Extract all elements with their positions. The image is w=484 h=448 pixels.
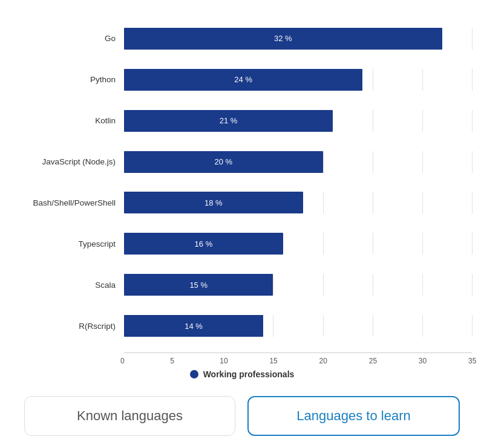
bar-value-label: 24 % [234, 75, 252, 84]
bar-fill: 14 % [124, 315, 263, 337]
bar-fill: 20 % [124, 151, 323, 173]
bar-fill: 18 % [124, 192, 303, 213]
bar-label: Scala [12, 281, 124, 290]
bottom-buttons: Known languages Languages to learn [12, 386, 472, 448]
bar-track: 14 % [124, 315, 472, 337]
bar-row: Python24 % [12, 64, 472, 96]
chart-area: Go32 %Python24 %Kotlin21 %JavaScript (No… [12, 12, 472, 352]
x-axis-tick: 5 [170, 357, 174, 365]
bar-label: Kotlin [12, 116, 124, 125]
bar-value-label: 18 % [204, 198, 223, 207]
legend-dot-working-professionals [190, 370, 198, 378]
known-languages-button[interactable]: Known languages [24, 396, 235, 436]
bar-value-label: 32 % [274, 34, 292, 43]
bar-row: Scala15 % [12, 269, 472, 300]
bar-track: 21 % [124, 110, 472, 132]
bar-value-label: 21 % [220, 116, 238, 125]
bar-value-label: 14 % [185, 322, 203, 331]
x-axis-tick: 0 [120, 357, 125, 365]
bar-track: 15 % [124, 274, 472, 296]
bar-track: 32 % [124, 28, 472, 50]
bar-row: Go32 % [12, 23, 472, 54]
x-axis-tick: 20 [319, 357, 327, 365]
bar-label: R(Rscript) [12, 322, 124, 331]
bar-fill: 32 % [124, 28, 442, 50]
bar-track: 20 % [124, 151, 472, 173]
bar-fill: 15 % [124, 274, 273, 296]
bar-value-label: 15 % [189, 281, 208, 290]
x-axis-tick: 30 [419, 357, 427, 365]
legend-label-working-professionals: Working professionals [203, 369, 295, 379]
bar-fill: 16 % [124, 233, 283, 255]
chart-legend: Working professionals [12, 365, 472, 386]
languages-to-learn-button[interactable]: Languages to learn [247, 396, 460, 436]
x-axis-tick: 10 [220, 357, 227, 365]
x-axis-tick: 25 [369, 357, 377, 365]
bar-fill: 24 % [124, 69, 362, 91]
bar-row: R(Rscript)14 % [12, 310, 472, 342]
bar-value-label: 20 % [214, 157, 232, 166]
bar-track: 18 % [124, 192, 472, 213]
bar-row: Typescript16 % [12, 228, 472, 259]
chart-container: Go32 %Python24 %Kotlin21 %JavaScript (No… [12, 12, 472, 386]
bar-label: JavaScript (Node.js) [12, 157, 124, 166]
bar-row: Kotlin21 % [12, 105, 472, 137]
x-axis-tick: 15 [269, 357, 277, 365]
bar-label: Python [12, 75, 124, 84]
x-axis: 05101520253035 [124, 352, 472, 365]
bar-label: Go [12, 34, 124, 43]
bar-row: Bash/Shell/PowerShell18 % [12, 187, 472, 218]
bar-row: JavaScript (Node.js)20 % [12, 146, 472, 178]
bar-label: Bash/Shell/PowerShell [12, 198, 124, 207]
bar-track: 24 % [124, 69, 472, 91]
bar-label: Typescript [12, 239, 124, 248]
bar-value-label: 16 % [195, 239, 213, 248]
bar-track: 16 % [124, 233, 472, 255]
x-axis-tick: 35 [468, 357, 476, 365]
bar-fill: 21 % [124, 110, 333, 132]
